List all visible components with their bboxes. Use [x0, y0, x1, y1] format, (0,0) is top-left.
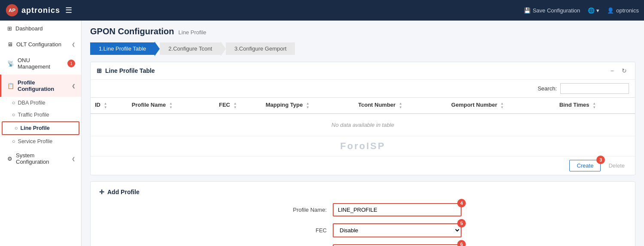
create-badge: 3: [596, 156, 605, 164]
sort-bind-times: ▲▼: [592, 102, 596, 109]
col-tcont-number: Tcont Number ▲▼: [354, 98, 447, 114]
page-title: GPON Configuration: [90, 27, 174, 36]
circle-line-icon: ○: [15, 125, 18, 131]
logo-text: aptronics: [21, 6, 60, 15]
sidebar-item-traffic-profile[interactable]: ○ Traffic Profile: [0, 109, 81, 121]
dashboard-icon: ⊞: [7, 25, 12, 32]
chevron-system-icon: ❮: [72, 156, 75, 161]
sort-fec: ▲▼: [234, 102, 237, 109]
system-config-icon: ⚙: [7, 156, 12, 162]
action-row: 3 Create Delete: [91, 156, 635, 175]
create-button[interactable]: Create: [569, 160, 601, 171]
profile-name-label: Profile Name:: [264, 207, 333, 213]
circle-icon: ○: [12, 100, 15, 106]
card-header-actions: − ↻: [608, 66, 629, 75]
sidebar-item-line-profile[interactable]: ○ Line Profile: [2, 121, 79, 135]
table-title: Line Profile Table: [105, 67, 155, 74]
mapping-type-select[interactable]: vlan gem-port tlci: [333, 244, 462, 246]
profile-config-icon: 📋: [7, 83, 14, 89]
sidebar-item-service-profile[interactable]: ○ Service Profile: [0, 135, 81, 147]
logo: AP aptronics: [5, 3, 60, 17]
save-configuration-button[interactable]: 💾 Save Configuration: [524, 7, 580, 14]
topnav-right: 💾 Save Configuration 🌐 ▾ 👤 optronics: [524, 7, 639, 14]
onu-badge: 1: [67, 60, 75, 67]
form-row-profile-name: Profile Name: 4: [99, 203, 626, 216]
hamburger-button[interactable]: ☰: [65, 6, 72, 15]
col-gemport-number: Gemport Number ▲▼: [447, 98, 555, 114]
sidebar-item-profile-configuration[interactable]: 📋 Profile Configuration ❮: [0, 75, 81, 97]
sort-mapping-type: ▲▼: [306, 102, 310, 109]
add-profile-section: ✛ Add Profile Profile Name: 4 FEC 5 Disa…: [90, 181, 635, 246]
col-fec: FEC ▲▼: [215, 98, 261, 114]
watermark: ForoISP: [91, 136, 635, 156]
save-icon: 💾: [524, 7, 531, 14]
fec-badge: 5: [457, 219, 466, 228]
olt-icon: 🖥: [7, 41, 13, 48]
sidebar-item-olt-configuration[interactable]: 🖥 OLT Configuration ❮: [0, 36, 81, 52]
sort-gemport-number: ▲▼: [501, 102, 504, 109]
col-bind-times: Bind Times ▲▼: [555, 98, 635, 114]
wizard-step-2[interactable]: 2.Configure Tcont: [160, 42, 221, 55]
chevron-icon: ❮: [72, 42, 75, 47]
user-menu[interactable]: 👤 optronics: [607, 7, 639, 14]
sidebar-item-dba-profile[interactable]: ○ DBA Profile: [0, 97, 81, 109]
sort-profile-name: ▲▼: [169, 102, 173, 109]
page-subtitle: Line Profile: [179, 29, 207, 36]
onu-icon: 📡: [7, 60, 14, 67]
main-layout: ⊞ Dashboard 🖥 OLT Configuration ❮ 📡 ONU …: [0, 21, 644, 246]
add-profile-header: ✛ Add Profile: [99, 189, 626, 195]
sidebar-item-dashboard[interactable]: ⊞ Dashboard: [0, 21, 81, 36]
sort-id: ▲▼: [104, 102, 107, 109]
svg-text:AP: AP: [9, 8, 15, 13]
profile-name-input[interactable]: [333, 203, 462, 216]
sidebar-item-onu-management[interactable]: 📡 ONU Management 1: [0, 52, 81, 75]
delete-button[interactable]: Delete: [604, 160, 629, 171]
col-id: ID ▲▼: [91, 98, 128, 114]
circle-traffic-icon: ○: [12, 112, 15, 118]
globe-icon: 🌐: [588, 7, 595, 14]
add-profile-title: Add Profile: [107, 189, 140, 195]
table-card-header: ⊞ Line Profile Table − ↻: [91, 62, 635, 80]
col-profile-name: Profile Name ▲▼: [128, 98, 215, 114]
user-icon: 👤: [607, 7, 614, 14]
minimize-button[interactable]: −: [608, 66, 616, 75]
circle-service-icon: ○: [12, 138, 15, 144]
language-selector[interactable]: 🌐 ▾: [588, 7, 599, 14]
table-icon: ⊞: [97, 67, 102, 74]
no-data-row: No data available in table: [91, 114, 635, 136]
chevron-profile-icon: ❮: [72, 84, 75, 88]
search-row: Search:: [91, 80, 635, 97]
fec-label: FEC: [264, 227, 333, 234]
table-header: ID ▲▼ Profile Name ▲▼ FEC ▲▼ Mapping T: [91, 98, 635, 114]
page-header: GPON Configuration Line Profile: [90, 27, 635, 36]
top-navigation: AP aptronics ☰ 💾 Save Configuration 🌐 ▾ …: [0, 0, 644, 21]
form-row-fec: FEC 5 Disable Enable: [99, 223, 626, 237]
mapping-type-badge: 6: [457, 240, 466, 246]
refresh-button[interactable]: ↻: [620, 66, 629, 75]
main-content: GPON Configuration Line Profile 1.Line P…: [82, 21, 644, 246]
col-mapping-type: Mapping Type ▲▼: [261, 98, 354, 114]
sidebar-item-system-configuration[interactable]: ⚙ System Configuration ❮: [0, 147, 81, 170]
search-label: Search:: [538, 85, 557, 92]
wizard-step-3[interactable]: 3.Configure Gemport: [226, 42, 295, 55]
line-profile-table: ID ▲▼ Profile Name ▲▼ FEC ▲▼ Mapping T: [91, 97, 635, 136]
search-input[interactable]: [560, 83, 629, 94]
sidebar: ⊞ Dashboard 🖥 OLT Configuration ❮ 📡 ONU …: [0, 21, 82, 246]
add-profile-icon: ✛: [99, 189, 104, 195]
table-card: ⊞ Line Profile Table − ↻ Search: ID: [90, 62, 635, 175]
profile-name-badge: 4: [457, 199, 466, 207]
sort-tcont-number: ▲▼: [399, 102, 402, 109]
logo-icon: AP: [5, 3, 19, 17]
form-row-mapping-type: Mapping Type 6 vlan gem-port tlci: [99, 244, 626, 246]
fec-select[interactable]: Disable Enable: [333, 223, 462, 237]
wizard-steps: 1.Line Profile Table 2.Configure Tcont 3…: [90, 42, 635, 55]
wizard-step-1[interactable]: 1.Line Profile Table: [90, 42, 155, 55]
